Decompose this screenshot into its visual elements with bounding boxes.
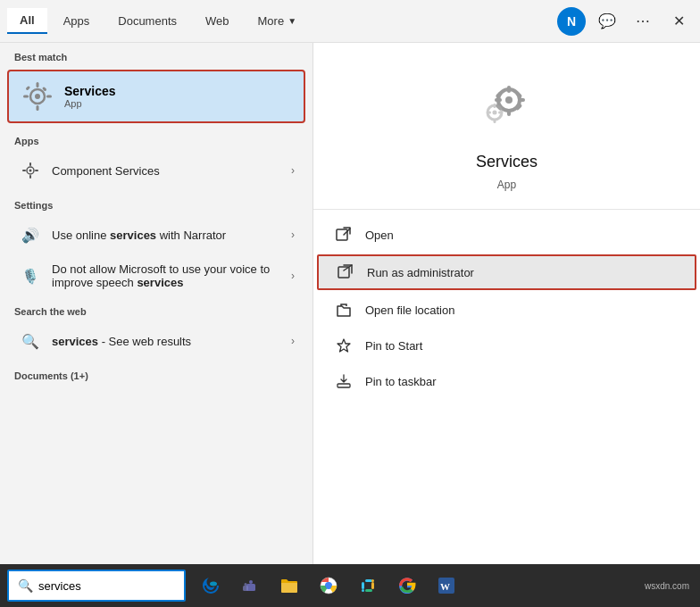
component-services-item[interactable]: Component Services › [4,151,309,190]
svg-point-46 [371,579,374,582]
search-input[interactable] [38,579,175,593]
svg-rect-29 [498,112,503,114]
tab-more[interactable]: More ▼ [246,9,310,33]
right-app-type: App [497,179,516,191]
chevron-icon-2: › [291,229,295,241]
web-search-label: services - See web results [52,335,291,348]
svg-rect-44 [365,589,372,592]
right-app-info: Services App [313,43,700,210]
svg-point-40 [326,583,332,589]
svg-point-37 [245,583,247,586]
narrator-icon: 🔊 [18,222,43,247]
speech-services-item[interactable]: 🎙️ Do not allow Microsoft to use your vo… [4,255,309,296]
svg-rect-30 [337,229,347,240]
svg-rect-28 [487,112,491,114]
tab-documents[interactable]: Documents [105,9,189,33]
tab-all[interactable]: All [7,8,47,34]
close-button[interactable]: ✕ [664,7,693,36]
documents-header: Documents (1+) [0,362,312,385]
ellipsis-icon: ⋯ [636,12,650,29]
edge-icon[interactable] [193,568,229,603]
word-icon[interactable]: W [429,568,464,603]
svg-point-33 [210,582,217,586]
right-actions: Open Run as administrator [313,210,700,406]
svg-rect-32 [338,384,350,387]
svg-rect-42 [365,579,372,582]
svg-text:W: W [440,581,450,592]
svg-point-45 [362,589,364,592]
taskbar: 🔍 [0,564,700,607]
open-action[interactable]: Open [313,217,700,253]
taskbar-icons: W [193,568,464,603]
pin-start-icon [335,337,353,354]
pin-to-taskbar-action[interactable]: Pin to taskbar [313,363,700,399]
slack-icon[interactable] [350,568,386,603]
nav-right: N 💬 ⋯ ✕ [557,7,693,36]
search-box[interactable]: 🔍 [7,570,186,602]
chevron-down-icon: ▼ [288,16,296,26]
svg-point-9 [29,170,32,172]
svg-rect-16 [507,86,511,93]
web-search-header: Search the web [0,297,312,320]
pin-to-taskbar-label: Pin to taskbar [365,375,437,388]
svg-rect-36 [243,586,248,591]
search-icon-taskbar: 🔍 [18,578,33,593]
right-app-icon [475,70,539,146]
svg-rect-41 [362,582,364,589]
chrome-icon[interactable] [311,568,346,603]
services-icon [21,80,54,112]
pin-to-start-label: Pin to Start [365,339,422,353]
settings-section-header: Settings [0,191,312,214]
best-match-header: Best match [0,43,312,66]
svg-point-25 [492,111,496,115]
svg-rect-5 [46,96,52,98]
main-container: Best match Services App Apps [0,43,700,564]
component-services-label: Component Services [52,164,291,178]
svg-rect-18 [495,98,502,102]
taskbar-time: wsxdn.com [641,579,693,593]
svg-rect-12 [22,170,26,171]
chevron-icon-4: › [291,335,295,347]
tab-web[interactable]: Web [193,9,242,33]
file-location-icon [335,301,353,319]
svg-rect-27 [493,119,496,123]
teams-icon[interactable] [232,568,268,603]
google-icon[interactable] [389,568,425,603]
svg-rect-4 [23,96,29,98]
svg-rect-6 [25,86,30,91]
top-nav: All Apps Documents Web More ▼ N 💬 ⋯ ✕ [0,0,700,43]
run-as-admin-action[interactable]: Run as administrator [317,254,696,290]
right-app-name: Services [476,153,538,171]
run-as-admin-label: Run as administrator [367,266,474,279]
svg-rect-10 [29,162,31,166]
svg-rect-43 [371,582,374,589]
taskbar-right: wsxdn.com [641,579,700,593]
best-match-subtitle: App [64,98,116,109]
admin-icon [337,263,354,281]
pin-to-start-action[interactable]: Pin to Start [313,328,700,363]
web-search-item[interactable]: 🔍 services - See web results › [4,321,309,361]
tab-apps[interactable]: Apps [51,9,103,33]
narrator-services-item[interactable]: 🔊 Use online services with Narrator › [4,215,309,254]
best-match-services[interactable]: Services App [7,70,305,123]
more-button[interactable]: ⋯ [629,7,657,36]
svg-point-15 [505,96,512,104]
apps-section-header: Apps [0,127,312,150]
feedback-button[interactable]: 💬 [593,7,621,36]
best-match-title: Services [64,84,116,98]
user-avatar[interactable]: N [557,7,586,36]
speech-label: Do not allow Microsoft to use your voice… [52,262,291,289]
svg-rect-13 [35,170,38,171]
right-panel: Services App Open [312,43,700,564]
open-file-location-action[interactable]: Open file location [313,292,700,328]
folder-icon[interactable] [271,568,307,603]
best-match-text: Services App [64,84,116,109]
svg-rect-19 [518,98,525,102]
speech-icon: 🎙️ [18,263,43,288]
svg-point-1 [35,94,40,99]
feedback-icon: 💬 [598,12,616,29]
chevron-icon-3: › [291,270,295,282]
chevron-icon: › [291,164,295,177]
open-icon [335,226,353,244]
component-services-icon [18,158,43,183]
